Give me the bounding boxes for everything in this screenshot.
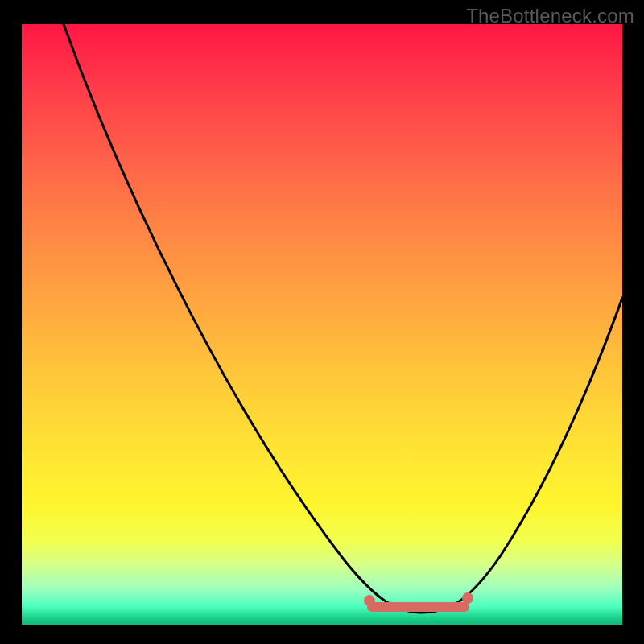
optimal-zone-start-dot [364,595,375,606]
chart-frame: TheBottleneck.com [0,0,644,644]
plot-area [22,24,622,625]
bottleneck-curve [22,24,622,625]
curve-line [64,24,622,613]
optimal-zone-end-dot [462,592,473,604]
